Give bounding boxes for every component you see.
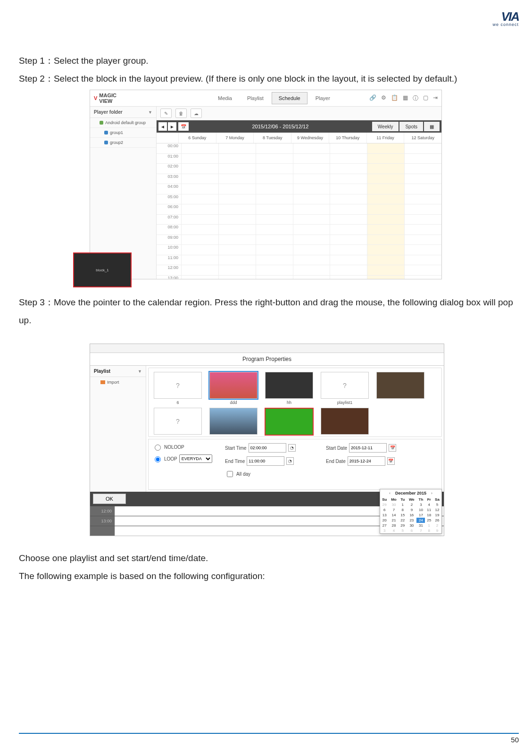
playlist-thumb[interactable]: ? (152, 408, 203, 436)
start-date-row: Start Date 📅 (326, 443, 420, 453)
link-icon[interactable]: 🔗 (369, 94, 376, 102)
step2: Step 2：Select the block in the layout pr… (19, 70, 523, 88)
playlist-sidebar: Playlist ▼ Import (90, 366, 146, 492)
calendar-grid: SuMoTuWeThFrSa 293012345 6789101112 1314… (380, 497, 441, 533)
selected-date[interactable]: 24 (416, 518, 425, 523)
monitor-icon[interactable]: ▢ (423, 94, 428, 102)
playlist-thumb[interactable] (319, 408, 370, 436)
exit-icon[interactable]: ⇥ (433, 94, 438, 102)
next-button[interactable]: ► (168, 122, 176, 131)
example-text: The following example is based on the fo… (19, 567, 523, 585)
page-footer: 50 (19, 733, 519, 744)
day-col: 7 Monday (216, 133, 254, 143)
chart-icon[interactable]: ▦ (403, 94, 408, 102)
grid-button[interactable]: ▦ (424, 122, 440, 131)
prev-button[interactable]: ◄ (158, 122, 167, 131)
start-time-row: Start Time ◔ (225, 443, 319, 453)
gear-icon[interactable]: ⚙ (381, 94, 386, 102)
playlist-import[interactable]: Import (90, 377, 146, 387)
spots-button[interactable]: Spots (399, 122, 423, 131)
calendar-icon[interactable]: 📅 (387, 457, 395, 465)
playlist-thumb[interactable]: ddd (208, 372, 259, 405)
thumbnail-grid: ?6 ddd hh ?playlist1 ? (148, 368, 442, 437)
playlist-thumb[interactable] (264, 408, 315, 436)
end-date-row: End Date 📅 (326, 456, 420, 466)
delete-button[interactable]: 🗑 (175, 109, 187, 118)
end-time-input[interactable] (247, 456, 284, 466)
date-bar: ◄ ► 📅 2015/12/06 - 2015/12/12 Weekly Spo… (157, 120, 441, 133)
tab-playlist[interactable]: Playlist (240, 92, 271, 104)
day-col: 12 Saturday (404, 133, 441, 143)
step3: Step 3：Move the pointer to the calendar … (19, 294, 523, 329)
group-icon (104, 131, 108, 134)
day-col: 11 Friday (366, 133, 404, 143)
playlist-thumb[interactable] (208, 408, 259, 436)
loop-radio[interactable]: LOOP EVERYDA (152, 454, 218, 463)
prev-month-button[interactable]: ‹ (387, 491, 392, 496)
logo-tagline: we connect (476, 22, 519, 27)
chevron-down-icon: ▼ (148, 110, 152, 115)
playlist-thumb[interactable] (375, 372, 426, 405)
clock-icon[interactable]: ◔ (286, 457, 294, 465)
tab-media[interactable]: Media (211, 92, 239, 104)
start-date-input[interactable] (349, 443, 387, 453)
clock-icon[interactable]: ◔ (288, 444, 296, 452)
step1: Step 1：Select the player group. (19, 52, 523, 70)
tab-schedule[interactable]: Schedule (272, 92, 308, 104)
date-range: 2015/12/06 - 2015/12/12 (189, 124, 372, 129)
day-col: 6 Sunday (178, 133, 216, 143)
form-panel: NOLOOP LOOP EVERYDA Start Time ◔ End Tim… (148, 439, 442, 490)
app-logo: VMAGICVIEW (94, 92, 116, 104)
day-col: 10 Thursday (329, 133, 366, 143)
month-label: December 2015 (395, 491, 426, 496)
calendar-button[interactable]: 📅 (178, 122, 189, 131)
end-time-row: End Time ◔ (225, 456, 319, 466)
end-date-input[interactable] (348, 456, 385, 466)
toolbar: ✎ 🗑 ☁ (157, 107, 441, 120)
dialog-title: Program Properties (90, 353, 444, 366)
playlist-thumb[interactable]: ?6 (152, 372, 203, 405)
clipboard-icon[interactable]: 📋 (391, 94, 398, 102)
page-number: 50 (511, 736, 519, 744)
noloop-radio[interactable]: NOLOOP (152, 443, 218, 451)
schedule-grid[interactable]: 00:00 01:00 02:00 03:00 04:00 05:00 06:0… (157, 143, 441, 279)
folder-icon (100, 380, 105, 384)
start-time-input[interactable] (249, 443, 286, 453)
main-nav: Media Playlist Schedule Player (211, 92, 337, 104)
group-icon (100, 121, 103, 125)
chevron-down-icon: ▼ (138, 369, 142, 374)
sidebar-header[interactable]: Player folder ▼ (90, 107, 156, 118)
next-month-button[interactable]: › (429, 491, 434, 496)
via-logo: VIA we connect (476, 9, 519, 27)
sidebar-item-android[interactable]: Android default group (90, 118, 156, 128)
tab-player[interactable]: Player (308, 92, 337, 104)
layout-preview-block[interactable]: block_1 (73, 252, 132, 287)
screenshot-program-properties: Program Properties Playlist ▼ Import ?6 … (90, 344, 444, 536)
sidebar-item-group2[interactable]: group2 (90, 138, 156, 148)
date-picker-popup[interactable]: ‹ December 2015 › SuMoTuWeThFrSa 2930123… (380, 489, 442, 534)
loop-select[interactable]: EVERYDA (179, 454, 212, 463)
day-col: 8 Tuesday (253, 133, 291, 143)
sidebar-item-group1[interactable]: group1 (90, 128, 156, 138)
playlist-thumb[interactable]: ?playlist1 (319, 372, 370, 405)
day-header: 6 Sunday 7 Monday 8 Tuesday 9 Wednesday … (157, 133, 441, 143)
cloud-button[interactable]: ☁ (191, 109, 202, 118)
weekly-button[interactable]: Weekly (372, 122, 399, 131)
calendar-icon[interactable]: 📅 (389, 444, 396, 452)
choose-text: Choose one playlist and set start/end ti… (19, 549, 523, 567)
group-icon (104, 141, 108, 144)
playlist-header[interactable]: Playlist ▼ (90, 366, 146, 377)
day-col: 9 Wednesday (291, 133, 329, 143)
info-icon[interactable]: ⓘ (413, 94, 418, 102)
screenshot-schedule: VMAGICVIEW Media Playlist Schedule Playe… (90, 90, 442, 279)
all-day-checkbox[interactable]: All day (225, 470, 319, 479)
playlist-thumb[interactable]: hh (264, 372, 315, 405)
ok-button[interactable]: OK (93, 494, 126, 504)
edit-button[interactable]: ✎ (160, 109, 172, 118)
